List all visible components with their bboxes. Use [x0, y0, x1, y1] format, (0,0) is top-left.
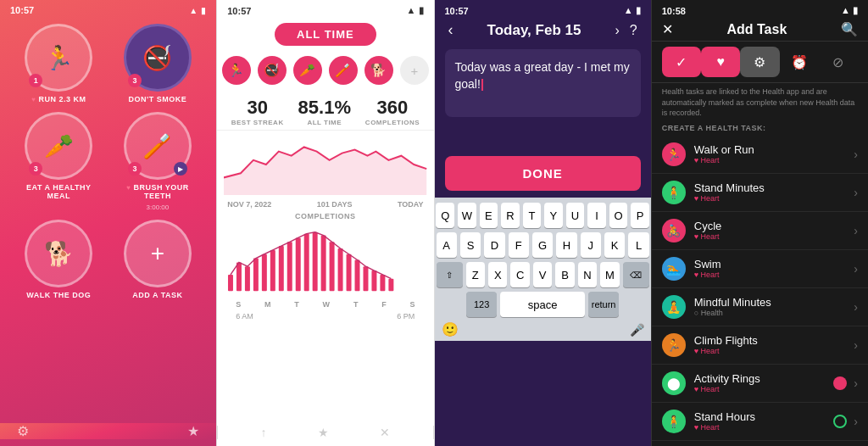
key-u[interactable]: U	[566, 203, 585, 228]
type-gear-button[interactable]: ⚙	[740, 47, 779, 77]
keyboard-bottom-row: 🙂 🎤	[437, 321, 649, 337]
mic-icon[interactable]: 🎤	[630, 323, 644, 337]
stats-row: 30BEST STREAK85.1%ALL TIME360COMPLETIONS	[217, 90, 433, 131]
task-item-8[interactable]: 🏃Exercise Minutes♥ Heart›	[652, 441, 868, 446]
key-t[interactable]: T	[523, 203, 542, 228]
status-bar-1: 10:57 ▲ ▮	[0, 0, 216, 17]
key-f[interactable]: F	[509, 232, 529, 258]
key-v[interactable]: V	[533, 262, 552, 287]
battery-icon-3: ▮	[636, 5, 641, 15]
task-item-3[interactable]: 🏊Swim♥ Heart›	[652, 250, 868, 288]
key-backspace[interactable]: ⌫	[623, 262, 649, 287]
wifi-icon: ▲	[189, 6, 198, 15]
line-chart-svg	[224, 134, 426, 195]
svg-marker-0	[224, 147, 426, 195]
habit-cell-4[interactable]: 🐕WALK THE DOG	[14, 220, 104, 299]
habits-grid: 🏃1♥ RUN 2.3 KM🚭3DON'T SMOKE🥕3EAT A HEALT…	[0, 19, 216, 304]
svg-rect-1	[228, 275, 233, 291]
search-button[interactable]: 🔍	[841, 21, 858, 37]
key-d[interactable]: D	[484, 232, 504, 258]
close-button[interactable]: ✕	[662, 21, 673, 37]
key-b[interactable]: B	[555, 262, 574, 287]
key-p[interactable]: P	[631, 203, 649, 228]
key-s[interactable]: S	[460, 232, 481, 258]
key-q[interactable]: Q	[436, 203, 454, 228]
habit-cell-1[interactable]: 🚭3DON'T SMOKE	[113, 24, 203, 103]
type-check-button[interactable]: ✓	[662, 47, 701, 77]
type-block-button[interactable]: ⊘	[819, 47, 858, 77]
habit-icon-extra: +	[400, 56, 429, 85]
key-k[interactable]: K	[604, 232, 625, 258]
star-icon[interactable]: ★	[187, 423, 199, 439]
type-clock-button[interactable]: ⏰	[780, 47, 819, 77]
task-icon-6: ⬤	[662, 371, 686, 395]
key-o[interactable]: O	[609, 203, 628, 228]
task-item-0[interactable]: 🏃Walk or Run♥ Heart›	[652, 136, 868, 174]
key-j[interactable]: J	[581, 232, 601, 258]
key-n[interactable]: N	[578, 262, 597, 287]
key-l[interactable]: L	[628, 232, 648, 258]
key-123[interactable]: 123	[466, 292, 497, 317]
all-time-button[interactable]: ALL TIME	[275, 23, 376, 46]
key-y[interactable]: Y	[544, 203, 563, 228]
back-chevron-icon[interactable]: ‹	[448, 21, 453, 39]
habit-icon-smoke[interactable]: 🚭	[258, 56, 287, 85]
settings-icon[interactable]: ⚙	[17, 423, 29, 439]
key-a[interactable]: A	[437, 232, 457, 258]
day-label-1: M	[264, 300, 271, 309]
key-h[interactable]: H	[556, 232, 576, 258]
wifi-icon-3: ▲	[624, 5, 633, 15]
keyboard[interactable]: Q W E R T Y U I O P A S D F G H J K L ⇧ …	[435, 198, 651, 341]
habit-icon-dog[interactable]: 🐕	[364, 56, 393, 85]
key-shift[interactable]: ⇧	[437, 262, 463, 287]
time-3: 10:57	[445, 6, 469, 16]
done-button[interactable]: DONE	[445, 156, 641, 191]
share-icon[interactable]: ↑	[260, 426, 266, 439]
key-c[interactable]: C	[510, 262, 529, 287]
key-return[interactable]: return	[588, 292, 619, 317]
task-item-1[interactable]: 🧍Stand Minutes♥ Heart›	[652, 174, 868, 212]
key-e[interactable]: E	[480, 203, 498, 228]
type-heart-button[interactable]: ♥	[701, 47, 740, 77]
task-chevron-1: ›	[854, 186, 858, 199]
close-icon-2[interactable]: ✕	[380, 426, 390, 439]
key-x[interactable]: X	[488, 262, 507, 287]
key-g[interactable]: G	[532, 232, 553, 258]
key-w[interactable]: W	[458, 203, 476, 228]
habit-cell-2[interactable]: 🥕3EAT A HEALTHY MEAL	[14, 112, 104, 211]
task-item-4[interactable]: 🧘Mindful Minutes○ Health›	[652, 288, 868, 326]
task-item-7[interactable]: 🧍Stand Hours♥ Heart›	[652, 403, 868, 441]
stat-value-2: 360	[365, 97, 420, 119]
forward-chevron-icon[interactable]: ›	[615, 23, 620, 38]
task-item-2[interactable]: 🚴Cycle♥ Heart›	[652, 212, 868, 250]
habit-icon-meal[interactable]: 🥕	[293, 56, 322, 85]
habit-icons-row: 🏃 🚭 🥕 🪥 🐕 +	[217, 51, 433, 90]
habit-icon-teeth[interactable]: 🪥	[329, 56, 358, 85]
task-item-6[interactable]: ⬤Activity Rings♥ Heart›	[652, 365, 868, 403]
task-item-5[interactable]: 🏃Climb Flights♥ Heart›	[652, 326, 868, 365]
habit-label-1: DON'T SMOKE	[129, 95, 187, 103]
key-i[interactable]: I	[587, 203, 606, 228]
habit-cell-0[interactable]: 🏃1♥ RUN 2.3 KM	[14, 24, 104, 103]
battery-icon: ▮	[201, 6, 206, 15]
svg-rect-16	[355, 260, 360, 292]
add-task-header: ✕ Add Task 🔍	[652, 18, 868, 42]
key-space[interactable]: space	[500, 292, 585, 317]
section-label: CREATE A HEALTH TASK:	[652, 122, 868, 136]
key-z[interactable]: Z	[466, 262, 485, 287]
journal-area[interactable]: Today was a great day - I met my goal!	[445, 49, 641, 117]
habit-icon-run[interactable]: 🏃	[222, 56, 251, 85]
habit-cell-3[interactable]: 🪥3▶♥ BRUSH YOUR TEETH3:00:00	[113, 112, 203, 211]
habit-cell-5[interactable]: +ADD A TASK	[113, 220, 203, 299]
task-chevron-3: ›	[854, 262, 858, 276]
status-icons-4: ▲ ▮	[841, 5, 858, 16]
screen-add-task: 10:58 ▲ ▮ ✕ Add Task 🔍 ✓ ♥ ⚙ ⏰ ⊘ Health …	[651, 0, 868, 446]
habit-circle-4: 🐕	[25, 220, 92, 287]
star-icon-2[interactable]: ★	[318, 426, 329, 439]
status-bar-3: 10:57 ▲ ▮	[435, 0, 651, 18]
emoji-icon[interactable]: 🙂	[442, 321, 459, 337]
key-r[interactable]: R	[501, 203, 520, 228]
svg-rect-10	[304, 234, 309, 292]
key-m[interactable]: M	[600, 262, 619, 287]
help-icon[interactable]: ?	[630, 23, 637, 38]
